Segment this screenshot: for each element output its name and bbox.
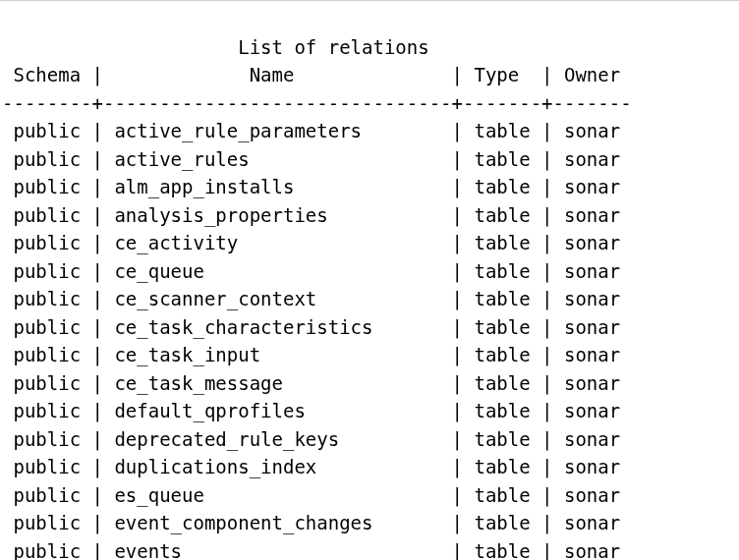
title-line: List of relations: [2, 33, 737, 62]
header-line: Schema | Name | Type | Owner: [2, 61, 737, 89]
table-row: public | ce_scanner_context | table | so…: [2, 285, 737, 313]
table-row: public | ce_activity | table | sonar: [2, 229, 737, 257]
table-row: public | ce_task_message | table | sonar: [2, 369, 737, 398]
table-row: public | deprecated_rule_keys | table | …: [2, 425, 737, 454]
table-row: public | alm_app_installs | table | sona…: [2, 173, 737, 201]
table-row: public | events | table | sonar: [2, 537, 737, 561]
table-row: public | ce_queue | table | sonar: [2, 257, 737, 286]
table-row: public | active_rule_parameters | table …: [2, 117, 737, 145]
table-row: public | active_rules | table | sonar: [2, 145, 737, 174]
table-row: public | analysis_properties | table | s…: [2, 201, 737, 230]
psql-output: List of relations Schema | Name | Type |…: [2, 33, 737, 561]
table-row: public | es_queue | table | sonar: [2, 481, 737, 510]
table-row: public | duplications_index | table | so…: [2, 453, 737, 481]
table-row: public | ce_task_characteristics | table…: [2, 313, 737, 342]
separator-line: --------+-------------------------------…: [2, 89, 737, 118]
table-row: public | ce_task_input | table | sonar: [2, 341, 737, 369]
table-row: public | default_qprofiles | table | son…: [2, 397, 737, 425]
table-row: public | event_component_changes | table…: [2, 509, 737, 537]
